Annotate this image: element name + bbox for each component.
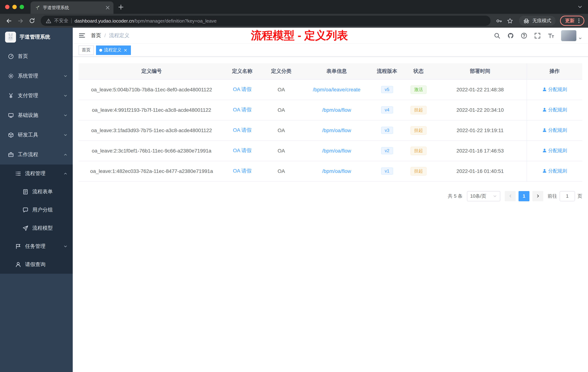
help-question-icon[interactable] — [521, 32, 527, 39]
sidebar-item-label: 首页 — [18, 53, 68, 60]
table-row: oa_leave:1:482ec033-762a-11ec-8477-a2380… — [79, 161, 582, 181]
breadcrumb-current: 流程定义 — [109, 32, 129, 39]
tab-close-icon[interactable] — [105, 5, 111, 11]
assign-rule-label: 分配规则 — [548, 107, 567, 113]
security-label[interactable]: 不安全 — [54, 17, 68, 24]
tab-search-chevron-icon[interactable] — [577, 4, 588, 10]
sidebar-item-label: 用户分组 — [32, 207, 68, 213]
sidebar-item-label: 工作流程 — [18, 152, 59, 158]
sidebar-item[interactable]: 工作流程 — [0, 145, 73, 164]
tab-strip: 芋道管理系统 — [0, 0, 588, 14]
assign-rule-button[interactable]: 分配规则 — [542, 147, 567, 154]
window-minimize-button[interactable] — [12, 5, 17, 9]
goto-page-input[interactable] — [560, 191, 575, 201]
forward-button[interactable] — [15, 16, 25, 26]
assign-rule-label: 分配规则 — [548, 86, 567, 93]
reload-button[interactable] — [27, 16, 37, 26]
assign-rule-button[interactable]: 分配规则 — [542, 107, 567, 113]
definition-name-link[interactable]: OA 请假 — [233, 86, 252, 92]
tag-home[interactable]: 首页 — [79, 45, 94, 55]
status-tag: 挂起 — [410, 126, 427, 134]
sidebar-item[interactable]: 流程模型 — [0, 219, 73, 237]
breadcrumb-separator: / — [104, 32, 106, 39]
sidebar-item[interactable]: 首页 — [0, 47, 73, 66]
new-tab-button[interactable] — [118, 4, 124, 10]
version-tag: v5 — [381, 86, 393, 93]
window-close-button[interactable] — [5, 5, 10, 9]
select-caret-icon — [493, 194, 497, 198]
person-icon — [542, 128, 547, 133]
sidebar-item[interactable]: 请假查询 — [0, 255, 73, 274]
fullscreen-icon[interactable] — [534, 32, 541, 39]
header-definition-name: 定义名称 — [225, 63, 260, 79]
gear-icon — [8, 73, 14, 79]
sidebar-collapse-icon[interactable] — [79, 32, 85, 39]
form-info-link[interactable]: /bpm/oa/flow — [322, 127, 351, 133]
definition-category: OA — [278, 127, 285, 133]
sidebar-menu: 首页 系统管理 支付管理 — [0, 47, 73, 274]
current-page-button[interactable]: 1 — [519, 191, 529, 201]
form-info-link[interactable]: /bpm/oa/leave/create — [313, 87, 361, 92]
page-buttons: 1 — [505, 191, 543, 201]
header-version: 流程版本 — [371, 63, 403, 79]
sidebar-item[interactable]: 用户分组 — [0, 201, 73, 219]
next-page-button[interactable] — [532, 191, 543, 201]
form-info-link[interactable]: /bpm/oa/flow — [322, 168, 351, 174]
assign-rule-button[interactable]: 分配规则 — [542, 168, 567, 174]
sidebar-item[interactable]: 流程表单 — [0, 183, 73, 201]
sidebar-item[interactable]: 支付管理 — [0, 86, 73, 106]
assign-rule-label: 分配规则 — [548, 127, 567, 134]
page-size-select[interactable]: 10条/页 — [467, 191, 500, 201]
definition-name-link[interactable]: OA 请假 — [233, 168, 252, 174]
assign-rule-button[interactable]: 分配规则 — [542, 86, 567, 93]
chevron-icon — [63, 171, 68, 176]
version-tag: v1 — [381, 167, 393, 175]
breadcrumb-home[interactable]: 首页 — [91, 32, 101, 39]
definition-id: oa_leave:4:991f2193-7b7f-11ec-a3c8-acde4… — [92, 107, 211, 113]
dashboard-icon — [8, 54, 14, 59]
back-button[interactable] — [4, 16, 14, 26]
window-maximize-button[interactable] — [20, 5, 24, 9]
sidebar-item[interactable]: 系统管理 — [0, 66, 73, 86]
sidebar-item[interactable]: 研发工具 — [0, 125, 73, 145]
sidebar-item[interactable]: 基础设施 — [0, 106, 73, 125]
user-menu[interactable] — [561, 30, 582, 41]
address-bar[interactable]: 不安全 dashboard.yudao.iocoder.cn/bpm/manag… — [41, 16, 491, 26]
tag-active[interactable]: 流程定义 — [96, 45, 131, 55]
tag-close-icon[interactable] — [123, 48, 128, 52]
person-icon — [542, 87, 547, 92]
tag-home-label: 首页 — [82, 47, 91, 53]
status-tag: 挂起 — [410, 106, 427, 114]
browser-tab[interactable]: 芋道管理系统 — [31, 1, 114, 14]
box-icon — [8, 132, 14, 138]
definition-name-link[interactable]: OA 请假 — [233, 127, 252, 133]
table-header-row: 定义编号 定义名称 定义分类 表单信息 流程版本 状态 部署时间 操作 — [79, 63, 582, 79]
header-form-info: 表单信息 — [303, 63, 371, 79]
chevron-icon — [63, 74, 68, 78]
sidebar-item[interactable]: 任务管理 — [0, 237, 73, 255]
font-size-icon[interactable] — [548, 32, 554, 39]
github-icon[interactable] — [507, 32, 514, 39]
header-deploy-time: 部署时间 — [434, 63, 527, 79]
sidebar-logo[interactable]: 芋道管理系统 — [0, 28, 73, 47]
sidebar-item-label: 系统管理 — [18, 73, 59, 79]
browser-update-button[interactable]: 更新 — [560, 16, 584, 26]
menu-kebab-icon[interactable] — [576, 18, 582, 24]
status-tag: 激活 — [410, 85, 427, 94]
search-icon[interactable] — [494, 32, 500, 39]
form-info-link[interactable]: /bpm/oa/flow — [322, 148, 351, 153]
password-key-button[interactable] — [494, 16, 504, 25]
prev-page-button[interactable] — [505, 191, 516, 201]
assign-rule-button[interactable]: 分配规则 — [542, 127, 567, 134]
user-avatar[interactable] — [561, 30, 576, 41]
sidebar-item-label: 支付管理 — [18, 92, 59, 99]
definition-id: oa_leave:1:482ec033-762a-11ec-8477-a2380… — [90, 168, 213, 174]
annotation-overlay-text: 流程模型 - 定义列表 — [251, 28, 348, 43]
form-info-link[interactable]: /bpm/oa/flow — [322, 107, 351, 113]
definition-name-link[interactable]: OA 请假 — [233, 147, 252, 153]
incognito-label: 无痕模式 — [532, 17, 551, 24]
definition-name-link[interactable]: OA 请假 — [233, 107, 252, 112]
user-menu-caret-icon[interactable] — [578, 36, 582, 40]
bookmark-star-button[interactable] — [505, 16, 514, 25]
sidebar-item[interactable]: 流程管理 — [0, 164, 73, 183]
